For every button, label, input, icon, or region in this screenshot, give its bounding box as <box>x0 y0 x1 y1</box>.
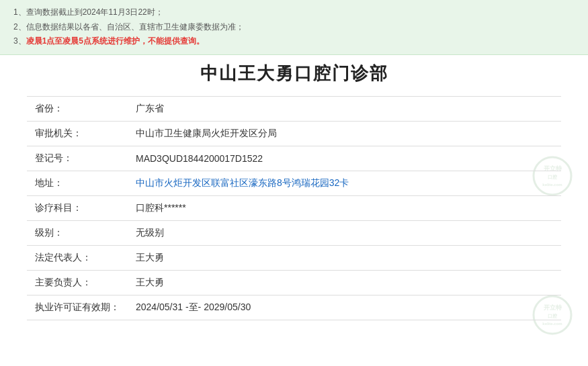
field-value-department: 口腔科****** <box>128 195 561 220</box>
table-row: 级别： 无级别 <box>27 220 561 245</box>
field-value-province: 广东省 <box>128 96 561 121</box>
table-row: 登记号： MAD3QUD1844200017D1522 <box>27 146 561 171</box>
table-row: 诊疗科目： 口腔科****** <box>27 195 561 220</box>
field-value-level: 无级别 <box>128 220 561 245</box>
table-row: 法定代表人： 王大勇 <box>27 245 561 270</box>
page-title: 中山王大勇口腔门诊部 <box>27 62 561 85</box>
field-label-province: 省份： <box>27 96 128 121</box>
field-label-approver: 审批机关： <box>27 121 128 146</box>
field-value-approver: 中山市卫生健康局火炬开发区分局 <box>128 121 561 146</box>
main-content: 中山王大勇口腔门诊部 省份： 广东省 审批机关： 中山市卫生健康局火炬开发区分局… <box>0 55 588 327</box>
notice-item-2: 2、信息数据结果以各省、自治区、直辖市卫生健康委数据为准； <box>13 20 575 35</box>
field-label-legal-rep: 法定代表人： <box>27 245 128 270</box>
notice-bar: 1、查询数据截止到2024年11月3日22时； 2、信息数据结果以各省、自治区、… <box>0 0 588 55</box>
table-row: 执业许可证有效期： 2024/05/31 -至- 2029/05/30 <box>27 295 561 320</box>
field-label-license-period: 执业许可证有效期： <box>27 295 128 320</box>
field-value-regnum: MAD3QUD1844200017D1522 <box>128 146 561 171</box>
notice-item-3: 3、凌晨1点至凌晨5点系统进行维护，不能提供查询。 <box>13 34 575 49</box>
field-value-license-period: 2024/05/31 -至- 2029/05/30 <box>128 295 561 320</box>
field-value-main-person: 王大勇 <box>128 270 561 295</box>
field-value-legal-rep: 王大勇 <box>128 245 561 270</box>
table-row: 省份： 广东省 <box>27 96 561 121</box>
field-label-address: 地址： <box>27 171 128 195</box>
field-label-department: 诊疗科目： <box>27 195 128 220</box>
table-row: 地址： 中山市火炬开发区联富社区濠东路8号鸿瑞花园32卡 <box>27 171 561 195</box>
field-label-level: 级别： <box>27 220 128 245</box>
info-table: 省份： 广东省 审批机关： 中山市卫生健康局火炬开发区分局 登记号： MAD3Q… <box>27 96 561 320</box>
field-value-address[interactable]: 中山市火炬开发区联富社区濠东路8号鸿瑞花园32卡 <box>128 171 561 195</box>
notice-item-1: 1、查询数据截止到2024年11月3日22时； <box>13 5 575 20</box>
table-row: 审批机关： 中山市卫生健康局火炬开发区分局 <box>27 121 561 146</box>
field-label-main-person: 主要负责人： <box>27 270 128 295</box>
table-row: 主要负责人： 王大勇 <box>27 270 561 295</box>
field-label-regnum: 登记号： <box>27 146 128 171</box>
